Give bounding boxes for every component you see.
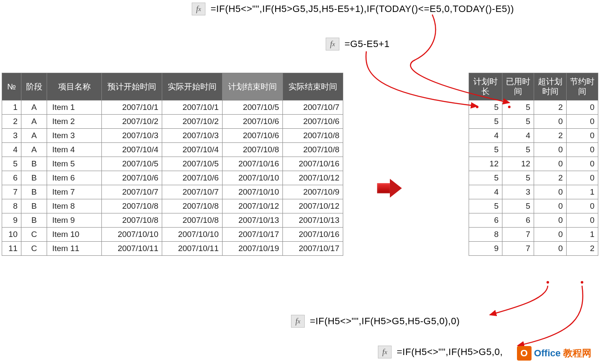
cell: 2007/10/13 (223, 213, 283, 228)
cell: 0 (534, 228, 567, 242)
cell: 5 (469, 115, 502, 129)
svg-point-3 (581, 281, 583, 284)
cell: A (21, 115, 47, 129)
cell: 2007/10/5 (162, 157, 223, 171)
cell: 8 (2, 199, 21, 213)
cell: Item 5 (47, 157, 102, 171)
col-act-end: 实际结束时间 (283, 73, 343, 101)
cell: 2007/10/4 (102, 143, 162, 157)
cell: 2007/10/16 (223, 157, 283, 171)
col-est-start: 预计开始时间 (102, 73, 162, 101)
cell: 2 (567, 242, 598, 256)
cell: 0 (567, 171, 598, 185)
fx-icon: fx (291, 315, 305, 328)
cell: 5 (469, 171, 502, 185)
cell: 0 (534, 242, 567, 256)
cell: 0 (567, 101, 598, 115)
cell: 2007/10/12 (283, 199, 343, 213)
col-act-start: 实际开始时间 (162, 73, 223, 101)
cell: 1 (567, 228, 598, 242)
cell: 5 (502, 115, 534, 129)
cell: 2007/10/8 (102, 199, 162, 213)
table-row: 8BItem 82007/10/82007/10/82007/10/122007… (2, 199, 343, 213)
cell: 3 (2, 129, 21, 143)
cell: 12 (502, 157, 534, 171)
cell: 4 (469, 129, 502, 143)
table-row: 5500 (469, 115, 598, 129)
cell: 12 (469, 157, 502, 171)
cell: Item 7 (47, 185, 102, 199)
cell: 6 (502, 213, 534, 228)
table-row: 9702 (469, 242, 598, 256)
cell: Item 11 (47, 242, 102, 256)
cell: 5 (502, 171, 534, 185)
cell: Item 8 (47, 199, 102, 213)
table-row: 5520 (469, 101, 598, 115)
cell: 0 (534, 143, 567, 157)
table-row: 7BItem 72007/10/72007/10/72007/10/102007… (2, 185, 343, 199)
cell: 2007/10/7 (102, 185, 162, 199)
cell: 2 (2, 115, 21, 129)
fx-icon: fx (326, 38, 339, 50)
cell: 2007/10/6 (102, 171, 162, 185)
table-row: 9BItem 92007/10/82007/10/82007/10/132007… (2, 213, 343, 228)
svg-point-2 (547, 281, 549, 284)
cell: 9 (469, 242, 502, 256)
cell: 0 (567, 199, 598, 213)
result-table-body: 5520550044205500121200552043015500660087… (469, 101, 598, 256)
cell: 2 (534, 171, 567, 185)
cell: 10 (2, 228, 21, 242)
cell: 0 (567, 115, 598, 129)
table-row: 5500 (469, 143, 598, 157)
table-row: 121200 (469, 157, 598, 171)
cell: 0 (567, 213, 598, 228)
formula-top: fx =IF(H5<>"",IF(H5>G5,J5,H5-E5+1),IF(TO… (192, 3, 514, 15)
cell: A (21, 129, 47, 143)
cell: 2007/10/8 (162, 199, 223, 213)
cell: 4 (469, 185, 502, 199)
cell: 3 (502, 185, 534, 199)
table-row: 2AItem 22007/10/22007/10/22007/10/62007/… (2, 115, 343, 129)
col-over-time: 超计划时间 (534, 73, 567, 101)
cell: 2007/10/7 (283, 101, 343, 115)
cell: Item 2 (47, 115, 102, 129)
cell: 5 (469, 199, 502, 213)
cell: 2007/10/8 (162, 213, 223, 228)
cell: 4 (502, 129, 534, 143)
office-logo-icon: O (517, 346, 532, 361)
cell: 2007/10/17 (283, 242, 343, 256)
cell: 2 (534, 129, 567, 143)
cell: 2007/10/12 (223, 199, 283, 213)
cell: Item 6 (47, 171, 102, 185)
col-used-time: 已用时间 (502, 73, 534, 101)
cell: 2007/10/12 (283, 171, 343, 185)
cell: 6 (2, 171, 21, 185)
cell: Item 10 (47, 228, 102, 242)
table-row: 4301 (469, 185, 598, 199)
cell: 2007/10/10 (162, 228, 223, 242)
table-row: 4AItem 42007/10/42007/10/42007/10/82007/… (2, 143, 343, 157)
cell: 5 (469, 101, 502, 115)
cell: 2007/10/7 (162, 185, 223, 199)
formula-bottom1: fx =IF(H5<>"",IF(H5>G5,H5-G5,0),0) (291, 315, 460, 328)
cell: B (21, 185, 47, 199)
cell: 2007/10/16 (283, 157, 343, 171)
cell: 2007/10/1 (102, 101, 162, 115)
cell: 11 (2, 242, 21, 256)
col-plan-end: 计划结束时间 (223, 73, 283, 101)
source-table-body: 1AItem 12007/10/12007/10/12007/10/52007/… (2, 101, 343, 256)
cell: 8 (469, 228, 502, 242)
table-row: 5520 (469, 171, 598, 185)
cell: 1 (567, 185, 598, 199)
col-plan-dur: 计划时长 (469, 73, 502, 101)
table-row: 11CItem 112007/10/112007/10/112007/10/19… (2, 242, 343, 256)
cell: 2007/10/2 (102, 115, 162, 129)
cell: 5 (502, 101, 534, 115)
cell: 7 (2, 185, 21, 199)
cell: A (21, 143, 47, 157)
cell: B (21, 199, 47, 213)
fx-icon: fx (192, 3, 205, 15)
cell: 2007/10/11 (162, 242, 223, 256)
cell: 2007/10/8 (102, 213, 162, 228)
cell: 1 (2, 101, 21, 115)
